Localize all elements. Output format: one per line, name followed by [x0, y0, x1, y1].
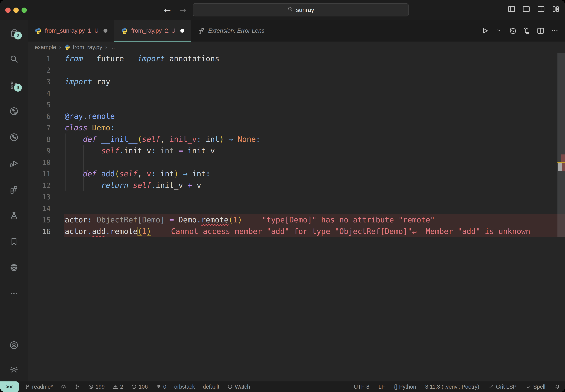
activity-run-and-debug[interactable]	[9, 158, 19, 168]
more-actions-button[interactable]	[550, 27, 559, 35]
split-editor-button[interactable]	[536, 27, 545, 35]
info-circle-icon	[131, 384, 137, 390]
status-git-actions[interactable]	[74, 384, 80, 390]
zoom-window-button[interactable]	[22, 8, 27, 13]
code-editor[interactable]: 1from __future__ import annotations23imp…	[28, 53, 565, 381]
activity-bookmarks[interactable]	[9, 237, 19, 246]
activity-accounts[interactable]	[9, 340, 19, 350]
toggle-primary-sidebar-button[interactable]	[507, 5, 516, 14]
activity-bar: 23	[0, 20, 28, 381]
search-value: sunray	[296, 6, 314, 14]
code-line-15[interactable]: 15actor: ObjectRef[Demo] = Demo.remote(1…	[28, 214, 565, 226]
breadcrumb-item[interactable]: from_ray.py	[64, 44, 102, 50]
breadcrumb-item[interactable]: example	[35, 44, 56, 50]
scrollbar-track[interactable]	[557, 53, 565, 237]
activity-settings[interactable]	[9, 365, 19, 375]
status-label: 2	[120, 384, 123, 390]
warning-triangle-icon	[113, 384, 118, 390]
breadcrumb-item[interactable]: ...	[110, 44, 115, 50]
code-line-10[interactable]: 10	[28, 156, 565, 168]
code-line-content: def add(self, v: int) → int:	[65, 169, 210, 178]
line-number: 13	[28, 191, 51, 203]
activity-testing[interactable]	[9, 210, 19, 220]
navigate-back-button[interactable]: ←	[163, 4, 172, 16]
status-language-mode[interactable]: {} Python	[394, 384, 416, 390]
kubernetes-helm-icon	[9, 263, 19, 272]
status-default-context[interactable]: default	[203, 384, 219, 390]
status-bar: >< readme*19921060orbstackdefaultWatch U…	[0, 381, 565, 392]
code-line-4[interactable]: 4	[28, 87, 565, 99]
code-line-13[interactable]: 13	[28, 191, 565, 203]
code-line-12[interactable]: 12 return self.init_v + v	[28, 180, 565, 191]
run-dropdown-button[interactable]	[494, 27, 503, 35]
tab-extension-error-lens[interactable]: Extension: Error Lens	[191, 20, 271, 42]
code-line-content: return self.init_v + v	[65, 181, 201, 190]
status-encoding[interactable]: UTF-8	[354, 384, 369, 390]
editor-actions	[480, 20, 565, 42]
status-label: 0	[163, 384, 166, 390]
code-line-2[interactable]: 2	[28, 64, 565, 76]
activity-explorer[interactable]: 2	[9, 28, 19, 38]
code-line-5[interactable]: 5	[28, 99, 565, 111]
line-number: 15	[28, 214, 51, 226]
code-line-1[interactable]: 1from __future__ import annotations	[28, 53, 565, 64]
activity-additional-views[interactable]	[9, 289, 19, 298]
tab-from-sunray[interactable]: from_sunray.py1, U	[28, 20, 114, 42]
code-line-16[interactable]: 16actor.add.remote(1)Cannot access membe…	[28, 226, 565, 237]
activity-extensions[interactable]	[9, 184, 19, 194]
run-python-file-button[interactable]	[480, 27, 489, 35]
toggle-panel-button[interactable]	[522, 5, 531, 14]
activity-kubernetes[interactable]	[9, 263, 19, 272]
code-line-11[interactable]: 11 def add(self, v: int) → int:	[28, 168, 565, 180]
status-watch[interactable]: Watch	[227, 384, 250, 390]
navigate-forward-button[interactable]: →	[178, 4, 187, 16]
code-line-content: class Demo:	[65, 123, 115, 132]
code-line-9[interactable]: 9 self.init_v: int = init_v	[28, 145, 565, 156]
panel-right-icon	[537, 5, 545, 14]
status-problems-errors[interactable]: 199	[88, 384, 105, 390]
activity-search[interactable]	[9, 54, 19, 64]
status-eol[interactable]: LF	[379, 384, 385, 390]
status-ports[interactable]: 0	[156, 384, 166, 390]
code-line-6[interactable]: 6@ray.remote	[28, 111, 565, 122]
status-problems-infos[interactable]: 106	[131, 384, 148, 390]
status-grit-lsp[interactable]: Grit LSP	[488, 384, 517, 390]
tab-from-ray[interactable]: from_ray.py2, U	[114, 20, 191, 42]
status-orbstack[interactable]: orbstack	[174, 384, 195, 390]
customize-layout-button[interactable]	[551, 5, 560, 14]
sync-changes-button[interactable]	[522, 27, 531, 35]
vscode-window: ← → sunray 23 from_sunray.py1, Ufrom_ray…	[0, 0, 565, 392]
toggle-secondary-sidebar-button[interactable]	[537, 5, 545, 14]
status-label: orbstack	[174, 384, 195, 390]
check-icon	[526, 384, 531, 390]
code-line-content: actor: ObjectRef[Demo] = Demo.remote(1)	[65, 215, 242, 224]
activity-source-control[interactable]: 3	[9, 80, 19, 90]
tab-modified-dot[interactable]	[103, 29, 107, 33]
code-line-7[interactable]: 7class Demo:	[28, 122, 565, 134]
status-publish[interactable]	[61, 384, 67, 390]
status-label: Watch	[235, 384, 250, 390]
minimize-window-button[interactable]	[14, 8, 19, 13]
remote-indicator[interactable]: ><	[0, 381, 19, 392]
status-python-interpreter[interactable]: 3.11.3 ('.venv': Poetry)	[425, 384, 479, 390]
main-area: 23 from_sunray.py1, Ufrom_ray.py2, UExte…	[0, 20, 565, 381]
status-problems-warnings[interactable]: 2	[113, 384, 123, 390]
close-window-button[interactable]	[5, 8, 11, 13]
tab-label: from_sunray.py	[45, 27, 85, 34]
tab-modified-dot[interactable]	[180, 29, 184, 33]
activity-gitlens-inspect[interactable]	[9, 106, 19, 116]
circle-outline-icon	[227, 384, 233, 390]
code-line-14[interactable]: 14	[28, 203, 565, 214]
python-icon	[34, 27, 42, 35]
activity-git-graph[interactable]	[9, 132, 19, 142]
command-center-search[interactable]: sunray	[193, 3, 409, 16]
status-notifications[interactable]	[554, 384, 560, 390]
scrollbar-thumb[interactable]	[558, 163, 562, 171]
code-line-3[interactable]: 3import ray	[28, 76, 565, 87]
code-line-8[interactable]: 8 def __init__(self, init_v: int) → None…	[28, 134, 565, 145]
timeline-history-button[interactable]	[508, 27, 517, 35]
status-git-branch[interactable]: readme*	[25, 384, 53, 390]
line-number: 2	[28, 65, 51, 76]
status-spell[interactable]: Spell	[526, 384, 546, 390]
python-icon	[121, 27, 128, 35]
